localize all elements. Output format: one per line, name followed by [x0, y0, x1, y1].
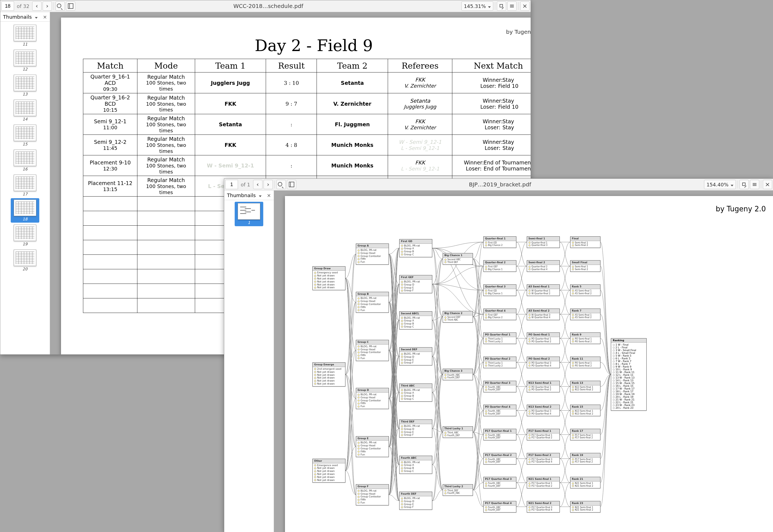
thumbnail[interactable]: 15	[11, 123, 39, 148]
thumbnail[interactable]: 17	[11, 173, 39, 198]
close-window-button[interactable]	[520, 1, 529, 11]
window-title: WCC-2018…schedule.pdf	[76, 3, 460, 9]
thumbnail[interactable]: 13	[11, 73, 39, 98]
schedule-row: Semi 9_12-111:00Regular Match100 Stones,…	[83, 114, 531, 135]
bracket-node: PO Semi-final 2PO Quarter-final 3PO Quar…	[527, 357, 560, 368]
thumbnails-sidebar: Thumbnails × 1	[224, 191, 274, 532]
next-page-button[interactable]	[43, 1, 52, 11]
thumbnail-label: 1	[248, 220, 250, 225]
zoom-value: 154.40%	[707, 182, 729, 187]
thumbnail[interactable]: 20	[11, 248, 39, 273]
bracket-node: P17 Semi-final 1P17 Quarter-final 1P17 Q…	[527, 429, 560, 440]
chevron-down-icon	[488, 3, 491, 9]
bracket-node: Semi-final 2Quarter-final 2Quarter-final…	[527, 260, 560, 272]
bracket-node: Third Lucky 2Third_DEFFourth_ABC	[443, 484, 473, 496]
bracket-node: Big Chance 2Second DEFThird ABC	[443, 311, 473, 323]
bracket-node: Rank 23N21 Semi-final 1N21 Semi-final 2	[570, 501, 601, 513]
bracket-node: Rank 19P17 Semi-final 1P17 Semi-final 2	[570, 453, 601, 464]
search-icon	[278, 182, 284, 187]
menu-button[interactable]	[507, 1, 517, 11]
thumbnail-label: 17	[23, 192, 27, 196]
sidebar-close-button[interactable]: ×	[43, 14, 47, 20]
column-header: Mode	[137, 59, 195, 72]
bracket-node: Group DrawEmergency seedNot yet drawnNot…	[313, 266, 345, 290]
thumbnail[interactable]: 16	[11, 148, 39, 173]
bracket-node: Small FinalSemi-final 1Semi-final 2	[570, 260, 601, 272]
thumbnail[interactable]: 1	[235, 202, 263, 226]
bracket-node: Fourth DEFBLOG, PR-ratGroup DGroup EGrou…	[399, 492, 432, 510]
zoom-dropdown[interactable]: 154.40%	[704, 180, 736, 189]
bracket-node: PO Quarter-final 2Third Lucky 1Third Luc…	[483, 357, 516, 368]
thumbnails-sidebar: Thumbnails × 11 12 13 14 15 16 17	[0, 12, 50, 354]
bracket-node: Rank 21N21 Semi-final 1N21 Semi-final 2	[570, 477, 601, 488]
column-header: Team 2	[317, 59, 388, 72]
bracket-node: P17 Quarter-final 3Fourth_ABCFourth_DEF	[483, 477, 516, 488]
thumbnail[interactable]: 19	[11, 223, 39, 248]
find-button[interactable]	[277, 180, 286, 189]
page-number-input[interactable]	[225, 180, 238, 189]
bracket-node: Group DBLOG, PR-ratGroup HeadGroup Conte…	[356, 388, 389, 409]
annotate-button[interactable]	[497, 1, 506, 11]
chevron-down-icon	[731, 182, 733, 187]
hamburger-icon	[509, 3, 514, 9]
bracket-node: Fourth ABCBLOG, PR-ratGroup AGroup BGrou…	[399, 456, 432, 474]
annotate-button[interactable]	[740, 180, 749, 189]
bracket-node: First GEFBLOG, PR-ratGroup DGroup EGroup…	[399, 275, 432, 293]
close-icon	[522, 3, 527, 9]
bracket-node: Rank 9PO Semi-final 1PO Semi-final 2	[570, 332, 601, 344]
bracket-node: Quarter-final 3First GDBig Chance 1	[483, 284, 516, 296]
prev-page-button[interactable]	[32, 1, 41, 11]
bracket-node: Semi-final 1Quarter-final 1Quarter-final…	[527, 236, 560, 248]
chevron-right-icon	[267, 182, 269, 187]
sidebar-icon	[289, 182, 294, 187]
bracket-node: P17 Semi-final 2P17 Quarter-final 3P17 Q…	[527, 453, 560, 464]
bracket-node: Rank 7A5 Semi-final 1A5 Semi-final 2	[570, 309, 601, 320]
bracket-node: Quarter-final 2First GEFBig Chance 1	[483, 260, 516, 272]
close-icon	[765, 182, 770, 187]
chevron-right-icon	[46, 3, 49, 9]
schedule-row: Quarter 9_16-2 BCD10:15Regular Match100 …	[83, 93, 531, 114]
document-viewport[interactable]: by Tugeny 2.0 Group DrawEmergency seedNo…	[274, 191, 773, 532]
bracket-node: Group FBLOG, PR-ratGroup HeadGroup Conte…	[356, 484, 389, 505]
menu-button[interactable]	[750, 180, 759, 189]
schedule-row: Quarter 9_16-1 ACD09:30Regular Match100 …	[83, 72, 531, 93]
bracket-node: Group EBLOG, PR-ratGroup HeadGroup Conte…	[356, 436, 389, 457]
bracket-node: Rank 17P17 Semi-final 1P17 Semi-final 2	[570, 429, 601, 440]
zoom-dropdown[interactable]: 145.31%	[461, 1, 493, 11]
sidebar-close-button[interactable]: ×	[267, 192, 271, 198]
thumbnail[interactable]: 11	[11, 23, 39, 48]
bracket-node: Rank 5A5 Semi-final 1A5 Semi-final 2	[570, 284, 601, 296]
thumbnail-label: 15	[23, 142, 27, 146]
bracket-node: P17 Quarter-final 1Fourth_ABCFourth_DEF	[483, 429, 516, 440]
bracket-node: P17 Quarter-final 4Fourth_ABCFourth_DEF	[483, 501, 516, 513]
next-page-button[interactable]	[264, 180, 273, 189]
toolbar: of 1 BJP…2019_bracket.pdf 154.40%	[224, 179, 773, 191]
page-number-input[interactable]	[1, 1, 14, 11]
find-button[interactable]	[55, 1, 65, 11]
prev-page-button[interactable]	[253, 180, 263, 189]
schedule-row: Semi 9_12-211:45Regular Match100 Stones,…	[83, 135, 531, 155]
sidebar-header: Thumbnails ×	[224, 191, 274, 200]
search-icon	[57, 3, 63, 9]
thumbnail-label: 16	[23, 167, 27, 171]
annotate-icon	[742, 182, 746, 187]
thumbnail[interactable]: 14	[11, 98, 39, 123]
sidebar-mode-dropdown[interactable]: Thumbnails	[3, 14, 38, 20]
bracket-node: Second ABCLBLOG, PR-ratGroup AGroup BGro…	[399, 311, 432, 329]
column-header: Next Match	[452, 59, 531, 72]
bracket-node: A5 Semi-final 2W Quarter-final 3W Quarte…	[527, 309, 560, 320]
thumbnail[interactable]: 12	[11, 48, 39, 73]
sidebar-mode-dropdown[interactable]: Thumbnails	[227, 192, 262, 198]
close-window-button[interactable]	[763, 180, 772, 189]
bracket-node: A5 Semi-final 1W Quarter-final 1W Quarte…	[527, 284, 560, 296]
sidebar-icon	[68, 3, 73, 9]
sidebar-toggle-button[interactable]	[66, 1, 75, 11]
sidebar-toggle-button[interactable]	[287, 180, 296, 189]
pdf-window-2: of 1 BJP…2019_bracket.pdf 154.40% Thumbn…	[224, 178, 773, 532]
column-header: Referees	[388, 59, 452, 72]
thumbnail[interactable]: 18	[11, 198, 39, 223]
bracket-node: Group ABLOG, PR-ratGroup HeadGroup Conte…	[356, 243, 389, 265]
bracket-node: PO Quarter-final 1Third Lucky 1Third Luc…	[483, 332, 516, 344]
bracket-node: Third ABCBLOG, PR-ratGroup AGroup BGroup…	[399, 383, 432, 402]
thumbnail-label: 11	[23, 42, 27, 46]
